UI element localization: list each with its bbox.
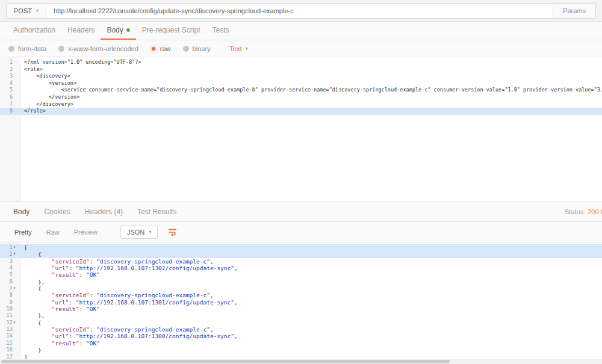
response-section-tabs: Body Cookies Headers (4) Test Results St… (0, 202, 602, 222)
code-text: }, (20, 312, 45, 319)
body-type-binary[interactable]: binary (183, 45, 211, 52)
code-line[interactable]: 17] (0, 354, 602, 360)
postman-app: POST ▾ http://localhost:2222/console/con… (0, 0, 602, 364)
line-number: 12▾ (0, 319, 20, 326)
line-number: 14 (0, 333, 20, 339)
code-text: <service consumer-service-name="discover… (20, 87, 602, 94)
code-text: "result": "OK" (20, 340, 100, 347)
status-label: Status: (565, 208, 585, 215)
code-line[interactable]: 2▾ { (0, 251, 602, 258)
code-line[interactable]: 5 <service consumer-service-name="discov… (0, 87, 602, 94)
fold-caret-icon[interactable]: ▾ (13, 251, 19, 258)
chevron-down-icon: ▾ (36, 8, 39, 13)
code-text: { (20, 251, 42, 258)
view-raw[interactable]: Raw (39, 229, 67, 236)
params-button[interactable]: Params (553, 4, 595, 18)
raw-format-dropdown[interactable]: Text ▾ (230, 45, 248, 52)
code-line[interactable]: 11 }, (0, 312, 602, 319)
request-body-editor[interactable]: 1<?xml version="1.0" encoding="UTF-8"?>2… (0, 57, 602, 202)
request-section-tabs: Authorization Headers Body Pre-request S… (0, 22, 602, 40)
scrollbar-thumb[interactable] (1, 360, 450, 363)
tab-response-body[interactable]: Body (7, 208, 36, 216)
line-number: 2 (0, 66, 20, 73)
tab-test-results[interactable]: Test Results (131, 208, 182, 216)
line-number: 4 (0, 80, 20, 87)
tab-pre-request-script[interactable]: Pre-request Script (136, 22, 206, 40)
code-line[interactable]: 7▾ { (0, 285, 602, 292)
code-line[interactable]: 1▾[ (0, 244, 602, 251)
tab-label: Headers (67, 26, 95, 34)
tab-response-headers[interactable]: Headers (4) (79, 208, 129, 216)
line-number: 5 (0, 87, 20, 94)
code-text: <?xml version="1.0" encoding="UTF-8"?> (20, 59, 141, 66)
code-line[interactable]: 4 "url": "http://192.168.0.107:1302/conf… (0, 265, 602, 271)
code-text: ] (20, 354, 28, 360)
tab-tests[interactable]: Tests (206, 22, 235, 40)
code-line[interactable]: 12▾ { (0, 319, 602, 326)
raw-format-label: Text (230, 45, 242, 52)
view-pretty[interactable]: Pretty (7, 229, 39, 236)
chevron-down-icon: ▾ (149, 230, 151, 235)
code-line[interactable]: 6 </version> (0, 94, 602, 101)
code-text: "serviceId": "discovery-springcloud-exam… (20, 292, 214, 298)
method-dropdown[interactable]: POST ▾ (7, 4, 46, 18)
code-line[interactable]: 3 "serviceId": "discovery-springcloud-ex… (0, 258, 602, 265)
tab-label: Cookies (44, 208, 70, 216)
line-number: 5 (0, 271, 20, 278)
code-text: [ (20, 244, 28, 251)
response-view-toolbar: Pretty Raw Preview JSON ▾ (0, 222, 602, 242)
code-text: "url": "http://192.168.0.107:1302/config… (20, 265, 238, 271)
tab-label: Tests (212, 26, 229, 34)
tab-authorization[interactable]: Authorization (7, 22, 61, 40)
code-text: "url": "http://192.168.0.107:1300/config… (20, 333, 238, 339)
code-line[interactable]: 3 <discovery> (0, 73, 602, 80)
request-url-bar: POST ▾ http://localhost:2222/console/con… (0, 0, 602, 22)
code-line[interactable]: 8</rule> (0, 108, 602, 115)
code-line[interactable]: 15 "result": "OK" (0, 340, 602, 347)
code-text: { (20, 319, 42, 326)
format-dropdown[interactable]: JSON ▾ (120, 226, 158, 239)
radio-label: binary (193, 45, 211, 52)
radio-icon (183, 46, 189, 52)
url-input[interactable]: http://localhost:2222/console/config/upd… (46, 4, 553, 18)
code-text: <discovery> (20, 73, 70, 80)
body-type-x-www-form-urlencoded[interactable]: x-www-form-urlencoded (58, 45, 138, 52)
tab-cookies[interactable]: Cookies (38, 208, 76, 216)
line-number: 7▾ (0, 285, 20, 292)
code-line[interactable]: 16 } (0, 347, 602, 353)
tab-label: Body (13, 208, 29, 216)
line-number: 6 (0, 94, 20, 101)
code-text: "url": "http://192.168.0.107:1301/config… (20, 299, 238, 306)
tab-body[interactable]: Body (101, 22, 135, 40)
line-number: 4 (0, 265, 20, 271)
body-type-raw[interactable]: raw (150, 45, 171, 52)
code-line[interactable]: 1<?xml version="1.0" encoding="UTF-8"?> (0, 59, 602, 66)
code-line[interactable]: 4 <version> (0, 80, 602, 87)
tab-headers[interactable]: Headers (61, 22, 101, 40)
code-line[interactable]: 2<rule> (0, 66, 602, 73)
wrap-lines-icon[interactable] (167, 227, 178, 236)
fold-caret-icon[interactable]: ▾ (13, 285, 19, 292)
body-type-form-data[interactable]: form-data (8, 45, 46, 52)
radio-icon (58, 46, 64, 52)
code-line[interactable]: 14 "url": "http://192.168.0.107:1300/con… (0, 333, 602, 339)
code-line[interactable]: 8 "serviceId": "discovery-springcloud-ex… (0, 292, 602, 298)
response-body-editor[interactable]: 1▾[2▾ {3 "serviceId": "discovery-springc… (0, 242, 602, 359)
fold-caret-icon[interactable]: ▾ (13, 319, 19, 326)
fold-caret-icon[interactable]: ▾ (13, 244, 19, 251)
view-preview[interactable]: Preview (67, 229, 105, 236)
code-line[interactable]: 6 }, (0, 279, 602, 285)
code-line[interactable]: 7 </discovery> (0, 101, 602, 108)
code-line[interactable]: 13 "serviceId": "discovery-springcloud-e… (0, 326, 602, 333)
code-text: </discovery> (20, 101, 73, 108)
tab-label: Body (107, 26, 123, 34)
url-container: POST ▾ http://localhost:2222/console/con… (6, 3, 596, 19)
tab-label: Test Results (137, 208, 176, 216)
code-line[interactable]: 9 "url": "http://192.168.0.107:1301/conf… (0, 299, 602, 306)
horizontal-scrollbar[interactable] (0, 359, 602, 364)
status-badge: Status: 200 OK (565, 202, 602, 221)
code-line[interactable]: 5 "result": "OK" (0, 271, 602, 278)
code-text: "serviceId": "discovery-springcloud-exam… (20, 326, 214, 333)
code-line[interactable]: 10 "result": "OK" (0, 306, 602, 312)
line-number: 3 (0, 258, 20, 265)
